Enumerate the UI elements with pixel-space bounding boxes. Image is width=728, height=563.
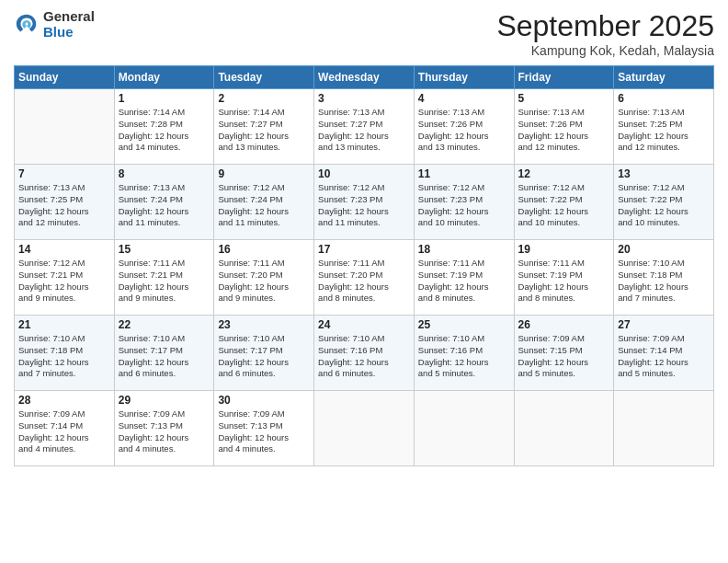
table-cell: 14Sunrise: 7:12 AM Sunset: 7:21 PM Dayli… (15, 240, 115, 316)
day-number: 17 (318, 243, 410, 256)
cell-info: Sunrise: 7:11 AM Sunset: 7:20 PM Dayligh… (318, 258, 410, 304)
day-number: 12 (518, 167, 610, 180)
day-number: 6 (618, 92, 710, 105)
day-number: 19 (518, 243, 610, 256)
header-wednesday: Wednesday (314, 66, 415, 89)
day-number: 30 (218, 394, 310, 407)
calendar-row: 1Sunrise: 7:14 AM Sunset: 7:28 PM Daylig… (15, 89, 714, 165)
table-cell: 23Sunrise: 7:10 AM Sunset: 7:17 PM Dayli… (214, 316, 314, 391)
cell-info: Sunrise: 7:13 AM Sunset: 7:25 PM Dayligh… (618, 107, 710, 154)
table-cell: 18Sunrise: 7:11 AM Sunset: 7:19 PM Dayli… (414, 240, 514, 316)
table-cell: 10Sunrise: 7:12 AM Sunset: 7:23 PM Dayli… (314, 165, 415, 240)
day-number: 27 (618, 318, 710, 331)
day-number: 1 (119, 92, 210, 105)
page: General Blue September 2025 Kampung Kok,… (0, 0, 728, 563)
calendar-row: 28Sunrise: 7:09 AM Sunset: 7:14 PM Dayli… (15, 391, 714, 466)
cell-info: Sunrise: 7:13 AM Sunset: 7:26 PM Dayligh… (518, 107, 610, 154)
table-cell: 20Sunrise: 7:10 AM Sunset: 7:18 PM Dayli… (614, 240, 714, 316)
table-cell: 16Sunrise: 7:11 AM Sunset: 7:20 PM Dayli… (214, 240, 314, 316)
cell-info: Sunrise: 7:13 AM Sunset: 7:26 PM Dayligh… (418, 107, 510, 154)
month-title: September 2025 (496, 9, 714, 43)
header: General Blue September 2025 Kampung Kok,… (14, 9, 714, 58)
table-cell: 17Sunrise: 7:11 AM Sunset: 7:20 PM Dayli… (314, 240, 415, 316)
calendar-row: 7Sunrise: 7:13 AM Sunset: 7:25 PM Daylig… (15, 165, 714, 240)
cell-info: Sunrise: 7:09 AM Sunset: 7:13 PM Dayligh… (218, 408, 310, 455)
table-cell (15, 89, 115, 165)
day-number: 5 (518, 92, 610, 105)
day-number: 15 (119, 243, 210, 256)
day-number: 3 (318, 92, 410, 105)
cell-info: Sunrise: 7:12 AM Sunset: 7:24 PM Dayligh… (218, 182, 310, 229)
table-cell: 21Sunrise: 7:10 AM Sunset: 7:18 PM Dayli… (15, 316, 115, 391)
table-cell: 6Sunrise: 7:13 AM Sunset: 7:25 PM Daylig… (614, 89, 714, 165)
title-block: September 2025 Kampung Kok, Kedah, Malay… (496, 9, 714, 58)
table-cell: 3Sunrise: 7:13 AM Sunset: 7:27 PM Daylig… (314, 89, 415, 165)
cell-info: Sunrise: 7:10 AM Sunset: 7:16 PM Dayligh… (418, 333, 510, 380)
table-cell: 27Sunrise: 7:09 AM Sunset: 7:14 PM Dayli… (614, 316, 714, 391)
cell-info: Sunrise: 7:10 AM Sunset: 7:16 PM Dayligh… (318, 333, 410, 380)
cell-info: Sunrise: 7:09 AM Sunset: 7:13 PM Dayligh… (119, 408, 210, 455)
day-number: 21 (18, 318, 110, 331)
table-cell (314, 391, 415, 466)
cell-info: Sunrise: 7:10 AM Sunset: 7:18 PM Dayligh… (618, 258, 710, 304)
day-number: 20 (618, 243, 710, 256)
cell-info: Sunrise: 7:12 AM Sunset: 7:22 PM Dayligh… (618, 182, 710, 229)
cell-info: Sunrise: 7:09 AM Sunset: 7:15 PM Dayligh… (518, 333, 610, 380)
day-number: 28 (18, 394, 110, 407)
cell-info: Sunrise: 7:13 AM Sunset: 7:24 PM Dayligh… (119, 182, 210, 229)
header-thursday: Thursday (414, 66, 514, 89)
header-tuesday: Tuesday (214, 66, 314, 89)
table-cell (614, 391, 714, 466)
day-number: 10 (318, 167, 410, 180)
day-number: 8 (119, 167, 210, 180)
cell-info: Sunrise: 7:10 AM Sunset: 7:17 PM Dayligh… (119, 333, 210, 380)
cell-info: Sunrise: 7:13 AM Sunset: 7:25 PM Dayligh… (18, 182, 110, 229)
day-number: 13 (618, 167, 710, 180)
table-cell: 2Sunrise: 7:14 AM Sunset: 7:27 PM Daylig… (214, 89, 314, 165)
cell-info: Sunrise: 7:09 AM Sunset: 7:14 PM Dayligh… (18, 408, 110, 455)
table-cell: 29Sunrise: 7:09 AM Sunset: 7:13 PM Dayli… (114, 391, 214, 466)
cell-info: Sunrise: 7:12 AM Sunset: 7:23 PM Dayligh… (318, 182, 410, 229)
cell-info: Sunrise: 7:09 AM Sunset: 7:14 PM Dayligh… (618, 333, 710, 380)
logo-text: General Blue (43, 9, 95, 40)
table-cell: 4Sunrise: 7:13 AM Sunset: 7:26 PM Daylig… (414, 89, 514, 165)
table-cell: 26Sunrise: 7:09 AM Sunset: 7:15 PM Dayli… (514, 316, 614, 391)
header-sunday: Sunday (15, 66, 115, 89)
day-number: 22 (119, 318, 210, 331)
calendar-row: 14Sunrise: 7:12 AM Sunset: 7:21 PM Dayli… (15, 240, 714, 316)
table-cell: 11Sunrise: 7:12 AM Sunset: 7:23 PM Dayli… (414, 165, 514, 240)
day-number: 24 (318, 318, 410, 331)
logo: General Blue (14, 9, 95, 40)
table-cell: 7Sunrise: 7:13 AM Sunset: 7:25 PM Daylig… (15, 165, 115, 240)
cell-info: Sunrise: 7:14 AM Sunset: 7:27 PM Dayligh… (218, 107, 310, 154)
cell-info: Sunrise: 7:12 AM Sunset: 7:21 PM Dayligh… (18, 258, 110, 304)
day-number: 26 (518, 318, 610, 331)
table-cell: 30Sunrise: 7:09 AM Sunset: 7:13 PM Dayli… (214, 391, 314, 466)
header-friday: Friday (514, 66, 614, 89)
table-cell: 28Sunrise: 7:09 AM Sunset: 7:14 PM Dayli… (15, 391, 115, 466)
day-number: 9 (218, 167, 310, 180)
cell-info: Sunrise: 7:10 AM Sunset: 7:17 PM Dayligh… (218, 333, 310, 380)
cell-info: Sunrise: 7:12 AM Sunset: 7:22 PM Dayligh… (518, 182, 610, 229)
table-cell: 25Sunrise: 7:10 AM Sunset: 7:16 PM Dayli… (414, 316, 514, 391)
header-saturday: Saturday (614, 66, 714, 89)
day-number: 29 (119, 394, 210, 407)
calendar-row: 21Sunrise: 7:10 AM Sunset: 7:18 PM Dayli… (15, 316, 714, 391)
table-cell: 24Sunrise: 7:10 AM Sunset: 7:16 PM Dayli… (314, 316, 415, 391)
table-cell: 8Sunrise: 7:13 AM Sunset: 7:24 PM Daylig… (114, 165, 214, 240)
cell-info: Sunrise: 7:14 AM Sunset: 7:28 PM Dayligh… (119, 107, 210, 154)
table-cell: 19Sunrise: 7:11 AM Sunset: 7:19 PM Dayli… (514, 240, 614, 316)
table-cell: 1Sunrise: 7:14 AM Sunset: 7:28 PM Daylig… (114, 89, 214, 165)
day-number: 4 (418, 92, 510, 105)
logo-blue: Blue (43, 25, 95, 40)
day-number: 7 (18, 167, 110, 180)
logo-general: General (43, 9, 95, 25)
cell-info: Sunrise: 7:11 AM Sunset: 7:19 PM Dayligh… (518, 258, 610, 304)
cell-info: Sunrise: 7:10 AM Sunset: 7:18 PM Dayligh… (18, 333, 110, 380)
day-number: 18 (418, 243, 510, 256)
table-cell (514, 391, 614, 466)
logo-icon (14, 12, 40, 38)
table-cell: 15Sunrise: 7:11 AM Sunset: 7:21 PM Dayli… (114, 240, 214, 316)
cell-info: Sunrise: 7:13 AM Sunset: 7:27 PM Dayligh… (318, 107, 410, 154)
day-number: 2 (218, 92, 310, 105)
